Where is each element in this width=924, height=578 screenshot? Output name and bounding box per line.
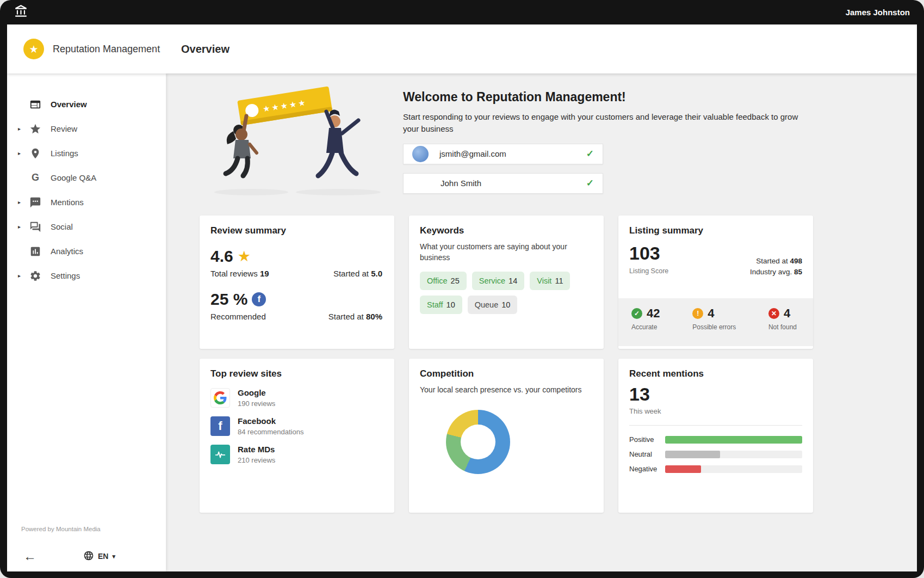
stat-not-found: ✕4 Not found <box>768 306 797 346</box>
keyword-chip[interactable]: Office25 <box>420 272 467 290</box>
bar-label: Positive <box>629 435 665 444</box>
positive-bar <box>665 436 802 444</box>
sidebar-item-review[interactable]: ▸ Review <box>7 116 166 141</box>
header-band: ★ Reputation Management Overview <box>7 24 917 73</box>
welcome-title: Welcome to Reputation Management! <box>403 90 805 104</box>
account-email: jsmith@gmail.com <box>439 149 506 158</box>
x-circle-icon: ✕ <box>768 308 779 319</box>
total-reviews-label: Total reviews <box>210 269 258 278</box>
mentions-period: This week <box>629 407 802 415</box>
expand-caret-icon[interactable]: ▸ <box>18 273 29 279</box>
chat-bubbles-icon <box>29 220 42 233</box>
back-arrow-icon[interactable]: ← <box>23 550 36 563</box>
mention-bar-row: Neutral <box>629 450 802 458</box>
competition-card: Competition Your local search presence v… <box>409 359 604 513</box>
connected-account-row[interactable]: jsmith@gmail.com ✓ <box>403 144 603 164</box>
started-at-value: 80% <box>366 312 382 321</box>
keyword-chip[interactable]: Service14 <box>472 272 525 290</box>
sidebar-item-mentions[interactable]: ▸ Mentions <box>7 190 166 214</box>
bar-track <box>665 451 802 458</box>
sidebar-item-label: Review <box>51 124 77 133</box>
sidebar-footer: Powered by Mountain Media ← EN ▾ <box>7 526 166 571</box>
brand: ★ Reputation Management <box>7 24 166 73</box>
location-pin-icon <box>29 147 42 160</box>
avatar <box>412 146 429 162</box>
sidebar-item-overview[interactable]: Overview <box>7 92 166 116</box>
welcome-subtitle: Start responding to your reviews to enga… <box>403 111 805 135</box>
overview-icon <box>29 98 42 111</box>
expand-caret-icon[interactable]: ▸ <box>18 126 29 132</box>
site-name: Google <box>238 388 266 397</box>
chevron-down-icon: ▾ <box>112 553 115 560</box>
recent-mentions-card: Recent mentions 13 This week Positive Ne… <box>618 359 813 513</box>
card-title: Recent mentions <box>629 368 802 379</box>
mentions-count: 13 <box>629 384 802 405</box>
keyword-chip[interactable]: Visit11 <box>530 272 570 290</box>
sidebar-item-google-qa[interactable]: G Google Q&A <box>7 165 166 190</box>
check-circle-icon: ✓ <box>631 308 642 319</box>
expand-caret-icon[interactable]: ▸ <box>18 199 29 205</box>
warning-circle-icon: ! <box>692 308 703 319</box>
language-code: EN <box>98 552 108 561</box>
account-name: John Smith <box>441 179 481 188</box>
expand-caret-icon[interactable]: ▸ <box>18 224 29 230</box>
google-logo-icon <box>210 388 230 408</box>
sidebar-item-settings[interactable]: ▸ Settings <box>7 263 166 288</box>
brand-logo-star-icon: ★ <box>23 39 44 59</box>
site-name: Facebook <box>238 416 276 426</box>
mention-bar-row: Negative <box>629 465 802 473</box>
facebook-icon: f <box>252 292 266 306</box>
sidebar-item-listings[interactable]: ▸ Listings <box>7 141 166 165</box>
competition-donut <box>446 410 510 474</box>
started-at-label: Started at <box>333 269 369 278</box>
connected-account-row[interactable]: John Smith ✓ <box>403 173 603 194</box>
bar-label: Negative <box>629 465 665 473</box>
card-title: Review summary <box>210 225 383 236</box>
review-site-facebook[interactable]: f Facebook84 recommendations <box>210 416 383 436</box>
keyword-chip[interactable]: Queue10 <box>468 296 518 314</box>
facebook-logo-icon: f <box>210 416 230 436</box>
donut-hole <box>461 425 495 459</box>
sidebar-item-label: Overview <box>51 100 87 109</box>
average-rating: 4.6 <box>210 247 233 266</box>
powered-by-label: Powered by Mountain Media <box>7 526 166 532</box>
keyword-chip[interactable]: Staff10 <box>420 296 462 314</box>
site-name: Rate MDs <box>238 445 275 454</box>
expand-caret-icon[interactable]: ▸ <box>18 150 29 156</box>
bar-track <box>665 436 802 444</box>
sidebar-item-label: Analytics <box>51 247 83 256</box>
ratemds-logo-icon <box>210 445 230 464</box>
review-site-ratemds[interactable]: Rate MDs210 reviews <box>210 445 383 464</box>
card-title: Competition <box>420 368 593 379</box>
bank-building-icon <box>14 4 28 21</box>
sidebar-item-analytics[interactable]: Analytics <box>7 239 166 263</box>
topbar-username[interactable]: James Johnston <box>846 8 910 17</box>
language-selector[interactable]: EN ▾ <box>83 550 115 563</box>
top-review-sites-card: Top review sites Google190 reviews f Fac… <box>200 359 394 513</box>
site-detail: 190 reviews <box>238 399 275 408</box>
sidebar-item-label: Listings <box>51 149 78 158</box>
started-at-label: Started at <box>328 312 364 321</box>
sidebar-item-label: Social <box>51 222 73 231</box>
recommended-percent: 25 % <box>210 290 247 309</box>
bar-label: Neutral <box>629 450 665 458</box>
sidebar-item-social[interactable]: ▸ Social <box>7 214 166 239</box>
welcome-section: ★★★★★ <box>200 82 917 201</box>
card-title: Top review sites <box>210 368 383 379</box>
keywords-subtitle: What your customers are saying about you… <box>420 242 583 263</box>
listing-score: 103 <box>629 243 668 264</box>
keywords-card: Keywords What your customers are saying … <box>409 216 604 349</box>
stat-possible-errors: !4 Possible errors <box>692 306 736 346</box>
listing-score-label: Listing Score <box>629 267 668 275</box>
sidebar-nav: Overview ▸ Review ▸ Listings G Googl <box>7 73 166 288</box>
card-title: Keywords <box>420 225 593 236</box>
cards-grid: Review summary 4.6 ★ Total reviews 19 St… <box>200 216 917 513</box>
card-title: Listing summary <box>629 225 802 236</box>
bar-chart-icon <box>29 245 42 258</box>
topbar: James Johnston <box>0 0 924 24</box>
listing-stats-band: ✓42 Accurate !4 Possible errors ✕4 Not f… <box>618 298 813 346</box>
review-site-google[interactable]: Google190 reviews <box>210 388 383 408</box>
keyword-chips: Office25 Service14 Visit11 Staff10 Queue… <box>420 272 588 314</box>
competition-subtitle: Your local search presence vs. your comp… <box>420 385 593 396</box>
site-detail: 84 recommendations <box>238 428 303 436</box>
